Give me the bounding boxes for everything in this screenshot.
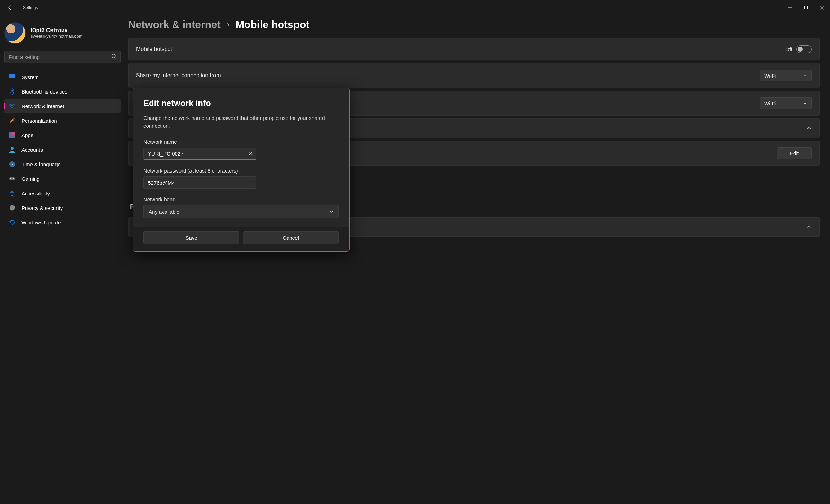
save-button[interactable]: Save	[143, 231, 239, 244]
toggle-knob	[798, 47, 803, 52]
app-title: Settings	[23, 5, 38, 10]
profile-name: Юрій Світлик	[30, 27, 82, 34]
clear-input-icon[interactable]	[249, 151, 253, 157]
svg-rect-6	[9, 132, 12, 135]
nav-label: Gaming	[21, 176, 40, 182]
nav-item-accessibility[interactable]: Accessibility	[4, 186, 121, 200]
titlebar: Settings	[0, 0, 830, 15]
nav-item-privacy[interactable]: Privacy & security	[4, 201, 121, 215]
chevron-down-icon	[803, 73, 807, 79]
nav-item-accounts[interactable]: Accounts	[4, 143, 121, 157]
svg-rect-0	[805, 6, 808, 9]
clock-icon	[8, 160, 16, 168]
network-band-label: Network band	[143, 196, 339, 202]
nav-item-gaming[interactable]: Gaming	[4, 172, 121, 186]
gamepad-icon	[8, 175, 16, 183]
breadcrumb: Network & internet › Mobile hotspot	[128, 19, 820, 30]
sidebar: Юрій Світлик sweetlikyuri@hotmail.com Sy…	[0, 15, 125, 504]
maximize-button[interactable]	[798, 2, 814, 13]
nav-item-personalization[interactable]: Personalization	[4, 114, 121, 127]
nav-label: System	[21, 74, 39, 80]
nav-label: Personalization	[21, 118, 57, 124]
nav-label: Apps	[21, 132, 33, 138]
svg-point-14	[11, 191, 13, 192]
dropdown-value: Wi-Fi	[764, 73, 776, 79]
search-box[interactable]	[4, 51, 121, 63]
profile-block[interactable]: Юрій Світлик sweetlikyuri@hotmail.com	[4, 21, 121, 48]
nav-item-time-language[interactable]: Time & language	[4, 157, 121, 171]
nav-label: Accounts	[21, 147, 43, 153]
window-controls	[782, 2, 830, 13]
cancel-button[interactable]: Cancel	[243, 231, 339, 244]
bluetooth-icon	[8, 88, 16, 95]
network-password-label: Network password (at least 8 characters)	[143, 168, 339, 174]
shell: Юрій Світлик sweetlikyuri@hotmail.com Sy…	[0, 15, 830, 504]
nav-label: Time & language	[21, 161, 61, 167]
chevron-right-icon: ›	[227, 20, 229, 29]
svg-rect-2	[9, 74, 15, 78]
nav-label: Accessibility	[21, 191, 50, 196]
edit-network-dialog: Edit network info Change the network nam…	[133, 88, 350, 252]
share-from-card: Share my internet connection from Wi-Fi	[128, 63, 820, 88]
nav-item-network[interactable]: Network & internet	[4, 99, 121, 113]
chevron-down-icon	[803, 100, 807, 106]
dialog-description: Change the network name and password tha…	[143, 114, 339, 130]
card-label: Share my internet connection from	[136, 72, 221, 79]
monitor-icon	[8, 73, 16, 81]
chevron-down-icon	[329, 209, 334, 215]
person-icon	[8, 146, 16, 153]
shield-icon	[8, 204, 16, 212]
toggle-switch[interactable]	[796, 45, 812, 53]
toggle-state-label: Off	[785, 46, 792, 52]
network-band-select[interactable]: Any available	[143, 205, 339, 218]
card-label: Mobile hotspot	[136, 46, 172, 52]
select-value: Any available	[149, 209, 179, 215]
share-from-dropdown[interactable]: Wi-Fi	[760, 70, 812, 81]
svg-rect-3	[11, 79, 13, 79]
breadcrumb-parent[interactable]: Network & internet	[128, 19, 221, 30]
svg-point-13	[13, 178, 14, 179]
svg-rect-9	[12, 135, 15, 138]
svg-point-1	[112, 54, 115, 58]
dialog-title: Edit network info	[143, 98, 339, 108]
chevron-up-icon	[807, 224, 812, 230]
svg-rect-7	[12, 132, 15, 135]
breadcrumb-current: Mobile hotspot	[236, 19, 309, 30]
profile-email: sweetlikyuri@hotmail.com	[30, 34, 82, 39]
apps-icon	[8, 131, 16, 139]
svg-point-10	[11, 147, 14, 150]
network-password-input[interactable]	[143, 176, 256, 189]
back-button[interactable]	[7, 5, 13, 11]
wifi-icon	[8, 102, 16, 110]
nav-item-system[interactable]: System	[4, 70, 121, 84]
svg-point-4	[12, 108, 12, 108]
network-name-input[interactable]	[143, 148, 256, 160]
update-icon	[8, 219, 16, 226]
share-over-dropdown[interactable]: Wi-Fi	[760, 97, 812, 109]
chevron-up-icon	[807, 125, 812, 131]
search-input[interactable]	[9, 51, 108, 63]
minimize-button[interactable]	[782, 2, 798, 13]
hotspot-toggle-card: Mobile hotspot Off	[128, 38, 820, 60]
nav: System Bluetooth & devices Network & int…	[4, 70, 121, 229]
edit-button[interactable]: Edit	[777, 147, 812, 159]
brush-icon	[8, 117, 16, 124]
dropdown-value: Wi-Fi	[764, 100, 776, 106]
network-name-label: Network name	[143, 139, 339, 145]
hotspot-toggle[interactable]: Off	[785, 45, 812, 53]
nav-label: Network & internet	[21, 103, 64, 109]
nav-item-windows-update[interactable]: Windows Update	[4, 215, 121, 229]
nav-label: Windows Update	[21, 220, 61, 226]
svg-rect-8	[9, 135, 12, 138]
nav-label: Bluetooth & devices	[21, 89, 68, 95]
search-icon	[111, 54, 117, 60]
accessibility-icon	[8, 189, 16, 197]
nav-item-bluetooth[interactable]: Bluetooth & devices	[4, 85, 121, 98]
nav-label: Privacy & security	[21, 205, 63, 211]
avatar	[4, 22, 26, 44]
nav-item-apps[interactable]: Apps	[4, 128, 121, 142]
close-button[interactable]	[814, 2, 830, 13]
